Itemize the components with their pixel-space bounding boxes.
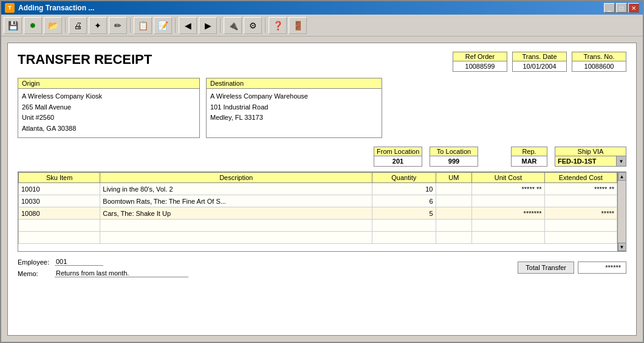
help-button[interactable]: ❓	[269, 17, 287, 34]
empty-cell	[19, 232, 100, 244]
trans-no-value[interactable]: 10088600	[572, 61, 626, 72]
qty-cell: 5	[372, 207, 436, 220]
table-row-empty	[19, 220, 617, 232]
to-location-value[interactable]: 999	[430, 156, 478, 167]
open-button[interactable]: 📂	[44, 17, 62, 34]
trans-date-label: Trans. Date	[512, 52, 567, 61]
table-row[interactable]: 10010 Living in the 80's, Vol. 2 10 ****…	[19, 183, 617, 195]
dest-line3: Medley, FL 33173	[210, 113, 378, 123]
print-button[interactable]: 🖨	[69, 17, 87, 34]
employee-input[interactable]	[55, 258, 103, 266]
memo-label: Memo:	[18, 270, 51, 277]
ext-cost-cell	[544, 195, 617, 207]
header-um: UM	[436, 173, 472, 183]
origin-line3: Unit #2560	[22, 113, 196, 123]
notes-button[interactable]: 📝	[154, 17, 172, 34]
scroll-up-button[interactable]: ▲	[618, 172, 626, 181]
origin-line1: A Wireless Company Kiosk	[22, 91, 196, 102]
ref-order-field: Ref Order 10088599	[453, 52, 507, 72]
empty-cell	[100, 232, 372, 244]
rep-value[interactable]: MAR	[511, 156, 547, 167]
desc-cell: Boomtown Rats, The: The Fine Art Of S...	[100, 195, 372, 207]
origin-label: Origin	[18, 78, 199, 89]
header-unit-cost: Unit Cost	[472, 173, 544, 183]
table-wrapper: Sku Item Description Quantity UM Unit Co…	[18, 172, 626, 252]
empty-cell	[544, 232, 617, 244]
table-row[interactable]: 10030 Boomtown Rats, The: The Fine Art O…	[19, 195, 617, 207]
unit-cost-cell	[472, 195, 544, 207]
send-button[interactable]: ◀	[179, 17, 197, 34]
memo-input[interactable]	[55, 269, 188, 277]
origin-line4: Atlanta, GA 30388	[22, 123, 196, 134]
empty-cell	[436, 232, 472, 244]
form-title: TRANSFER RECEIPT	[18, 52, 152, 68]
title-bar: T Adding Transaction ... _ □ ✕	[1, 1, 643, 15]
items-table: Sku Item Description Quantity UM Unit Co…	[18, 172, 617, 244]
destination-content: A Wireless Company Warehouse 101 Industr…	[207, 89, 382, 137]
dest-line2: 101 Industrial Road	[210, 102, 378, 113]
to-location-label: To Location	[430, 147, 478, 156]
origin-box: Origin A Wireless Company Kiosk 265 Mall…	[18, 78, 200, 138]
dest-line1: A Wireless Company Warehouse	[210, 91, 378, 102]
total-transfer-button[interactable]: Total Transfer	[518, 262, 574, 274]
origin-line2: 265 Mall Avenue	[22, 102, 196, 113]
address-section: Origin A Wireless Company Kiosk 265 Mall…	[18, 78, 626, 138]
maximize-button[interactable]: □	[616, 3, 627, 13]
qty-cell: 6	[372, 195, 436, 207]
header-sku: Sku Item	[19, 173, 100, 183]
unit-cost-cell: *******	[472, 207, 544, 220]
trans-date-value[interactable]: 10/01/2004	[512, 61, 567, 72]
minimize-button[interactable]: _	[604, 3, 615, 13]
sku-cell: 10010	[19, 183, 100, 195]
ship-via-dropdown[interactable]: ▼	[616, 156, 626, 166]
edit-button[interactable]: ✏	[109, 17, 127, 34]
ship-via-value: FED-1D-1ST	[555, 156, 616, 166]
plugin-button[interactable]: 🔌	[224, 17, 242, 34]
ext-cost-cell: *****	[544, 207, 617, 220]
header-fields: Ref Order 10088599 Trans. Date 10/01/200…	[453, 52, 626, 72]
empty-cell	[372, 220, 436, 232]
empty-cell	[436, 220, 472, 232]
unit-cost-cell: ***** **	[472, 183, 544, 195]
main-window: T Adding Transaction ... _ □ ✕ 💾 ● 📂 🖨 ✦…	[0, 0, 644, 343]
close-button[interactable]: ✕	[628, 3, 639, 13]
form-header: TRANSFER RECEIPT Ref Order 10088599 Tran…	[18, 52, 626, 72]
table-row[interactable]: 10080 Cars, The: Shake It Up 5 ******* *…	[19, 207, 617, 220]
table-scroll-area: Sku Item Description Quantity UM Unit Co…	[18, 172, 626, 251]
desc-cell: Cars, The: Shake It Up	[100, 207, 372, 220]
um-cell	[436, 183, 472, 195]
sku-cell: 10080	[19, 207, 100, 220]
from-location-value[interactable]: 201	[374, 156, 422, 167]
save-button[interactable]: 💾	[4, 17, 22, 34]
rep-label: Rep.	[511, 147, 547, 156]
scroll-down-button[interactable]: ▼	[618, 243, 626, 251]
form-footer: Employee: Memo: Total Transfer ******	[18, 258, 626, 277]
receive-button[interactable]: ▶	[199, 17, 217, 34]
config-button[interactable]: ⚙	[244, 17, 262, 34]
empty-cell	[372, 232, 436, 244]
employee-row: Employee:	[18, 258, 514, 266]
um-cell	[436, 207, 472, 220]
window-controls: _ □ ✕	[604, 3, 639, 13]
toolbar: 💾 ● 📂 🖨 ✦ ✏ 📋 📝 ◀ ▶ 🔌 ⚙ ❓ 🚪	[1, 15, 643, 36]
empty-cell	[472, 220, 544, 232]
copy-button[interactable]: 📋	[134, 17, 152, 34]
table-row-empty	[19, 232, 617, 244]
from-location-label: From Location	[374, 147, 422, 156]
title-bar-left: T Adding Transaction ...	[5, 3, 94, 13]
origin-content: A Wireless Company Kiosk 265 Mall Avenue…	[18, 89, 199, 137]
memo-row: Memo:	[18, 269, 514, 277]
rep-field: Rep. MAR	[511, 147, 547, 167]
destination-label: Destination	[207, 78, 382, 89]
header-desc: Description	[100, 173, 372, 183]
exit-button[interactable]: 🚪	[289, 17, 307, 34]
new-button[interactable]: ●	[24, 17, 42, 34]
ref-order-value[interactable]: 10088599	[453, 61, 507, 72]
qty-cell: 10	[372, 183, 436, 195]
to-location-field: To Location 999	[430, 147, 478, 167]
from-location-field: From Location 201	[374, 147, 422, 167]
star-button[interactable]: ✦	[89, 17, 107, 34]
form-panel: TRANSFER RECEIPT Ref Order 10088599 Tran…	[7, 43, 637, 336]
destination-box: Destination A Wireless Company Warehouse…	[206, 78, 382, 138]
header-ext-cost: Extended Cost	[544, 173, 617, 183]
